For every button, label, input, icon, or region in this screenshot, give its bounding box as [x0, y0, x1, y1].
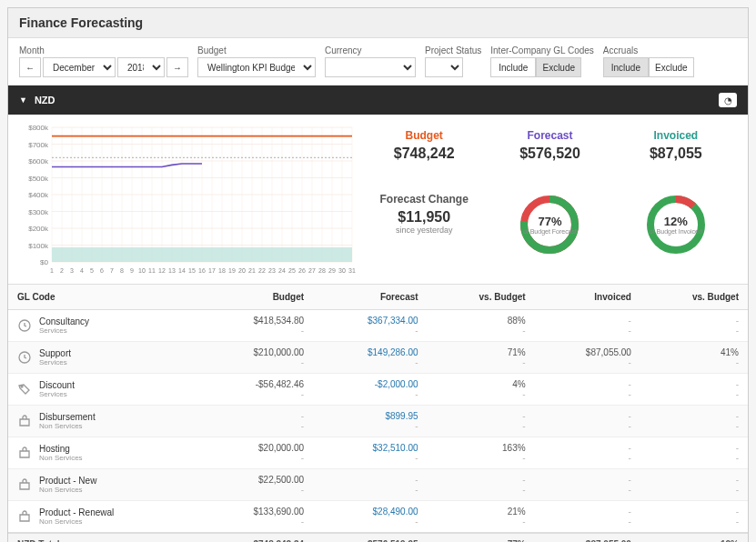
app-frame: Finance Forecasting Month ← December 201… — [7, 7, 749, 542]
kpi-invoiced: Invoiced $87,055 — [615, 122, 737, 182]
budget-group: Budget Wellington KPI Budget (1 Of — [197, 45, 316, 77]
accruals-include-button[interactable]: Include — [603, 57, 649, 77]
svg-text:7: 7 — [110, 267, 114, 274]
svg-text:9: 9 — [130, 267, 134, 274]
intercompany-exclude-button[interactable]: Exclude — [536, 57, 581, 77]
svg-text:4: 4 — [80, 267, 84, 274]
currency-section-header[interactable]: ▼ NZD ◔ — [8, 85, 748, 115]
svg-text:31: 31 — [348, 267, 356, 274]
bag-icon — [17, 446, 32, 460]
tag-icon — [17, 382, 32, 396]
col-2[interactable]: Forecast — [313, 285, 428, 310]
currency-label: Currency — [325, 45, 416, 55]
table-row[interactable]: HostingNon Services$20,000.00-$32,510.00… — [8, 437, 748, 469]
svg-text:17: 17 — [208, 267, 216, 274]
bag-icon — [17, 477, 32, 492]
svg-text:24: 24 — [278, 267, 286, 274]
svg-text:22: 22 — [258, 267, 266, 274]
month-group: Month ← December 2018 → — [19, 45, 188, 77]
intercompany-label: Inter-Company GL Codes — [490, 45, 594, 55]
svg-text:$700k: $700k — [28, 141, 49, 149]
budget-select[interactable]: Wellington KPI Budget (1 Of — [197, 57, 316, 77]
svg-text:13: 13 — [168, 267, 176, 274]
svg-text:23: 23 — [268, 267, 276, 274]
svg-text:12: 12 — [158, 267, 166, 274]
accruals-group: Accruals Include Exclude — [603, 45, 694, 77]
clock-icon — [17, 318, 32, 333]
table-row[interactable]: ConsultancyServices$418,534.80-$367,334.… — [8, 310, 748, 342]
table-row[interactable]: DisbursementNon Services--$899.95------- — [8, 406, 748, 437]
filter-bar: Month ← December 2018 → Budget Wellingto… — [8, 38, 748, 85]
svg-text:$300k: $300k — [28, 208, 49, 216]
svg-text:14: 14 — [178, 267, 186, 274]
total-row: NZD Total$748,242.34$576,519.9577%$87,05… — [8, 533, 748, 542]
clock-icon — [17, 350, 32, 365]
gl-table: GL CodeBudgetForecastvs. BudgetInvoicedv… — [8, 284, 748, 542]
project-status-select[interactable] — [425, 57, 463, 77]
svg-text:21: 21 — [248, 267, 256, 274]
svg-text:18: 18 — [218, 267, 226, 274]
bag-icon — [17, 509, 32, 524]
collapse-icon: ▼ — [19, 95, 27, 105]
kpi-forecast-change: Forecast Change $11,950 since yesterday — [363, 186, 485, 276]
kpi-ring-invoiced: 12%of Budget Invoiced — [615, 186, 737, 276]
svg-text:30: 30 — [338, 267, 346, 274]
page-title: Finance Forecasting — [8, 8, 748, 38]
next-month-button[interactable]: → — [166, 57, 188, 77]
accruals-label: Accruals — [603, 45, 694, 55]
project-status-label: Project Status — [425, 45, 481, 55]
table-row[interactable]: Product - RenewalNon Services$133,690.00… — [8, 501, 748, 534]
gauge-icon[interactable]: ◔ — [719, 93, 737, 107]
trend-chart: $0$100k$200k$300k$400k$500k$600k$700k$80… — [19, 122, 356, 276]
svg-text:2: 2 — [60, 267, 64, 274]
col-4[interactable]: Invoiced — [535, 285, 640, 310]
svg-text:10: 10 — [138, 267, 146, 274]
svg-text:$200k: $200k — [28, 225, 49, 233]
month-select[interactable]: December — [43, 57, 116, 77]
kpi-grid: Budget $748,242 Forecast $576,520 Invoic… — [363, 122, 737, 276]
col-0[interactable]: GL Code — [8, 285, 199, 310]
currency-code: NZD — [35, 95, 55, 105]
project-status-group: Project Status — [425, 45, 481, 77]
table-row[interactable]: SupportServices$210,000.00-$149,286.00-7… — [8, 342, 748, 374]
svg-text:$100k: $100k — [28, 242, 49, 250]
bag-icon — [17, 414, 32, 428]
intercompany-group: Inter-Company GL Codes Include Exclude — [490, 45, 594, 77]
svg-text:$600k: $600k — [28, 157, 49, 166]
kpi-ring-forecast: 77%of Budget Forecast — [489, 186, 610, 276]
svg-text:27: 27 — [308, 267, 316, 274]
svg-text:1: 1 — [50, 267, 54, 274]
svg-text:28: 28 — [318, 267, 326, 274]
month-label: Month — [19, 45, 188, 55]
prev-month-button[interactable]: ← — [19, 57, 41, 77]
budget-label: Budget — [197, 45, 316, 55]
svg-text:8: 8 — [120, 267, 124, 274]
svg-text:15: 15 — [188, 267, 196, 274]
currency-group: Currency — [325, 45, 416, 77]
svg-point-87 — [21, 386, 23, 387]
svg-text:11: 11 — [148, 267, 156, 274]
svg-text:25: 25 — [288, 267, 296, 274]
svg-text:$500k: $500k — [28, 175, 49, 183]
year-select[interactable]: 2018 — [117, 57, 165, 77]
svg-text:19: 19 — [228, 267, 236, 274]
svg-text:$400k: $400k — [28, 191, 49, 199]
svg-text:20: 20 — [238, 267, 246, 274]
svg-text:29: 29 — [328, 267, 336, 274]
svg-text:$800k: $800k — [28, 124, 49, 132]
kpi-forecast: Forecast $576,520 — [489, 122, 610, 182]
svg-text:5: 5 — [90, 267, 94, 274]
svg-text:$0: $0 — [40, 258, 48, 266]
currency-select[interactable] — [325, 57, 416, 77]
col-1[interactable]: Budget — [199, 285, 314, 310]
table-row[interactable]: Product - NewNon Services$22,500.00-----… — [8, 469, 748, 501]
intercompany-include-button[interactable]: Include — [490, 57, 536, 77]
table-row[interactable]: DiscountServices-$56,482.46--$2,000.00-4… — [8, 374, 748, 406]
kpi-budget: Budget $748,242 — [363, 122, 485, 182]
svg-text:16: 16 — [198, 267, 206, 274]
svg-text:6: 6 — [100, 267, 104, 274]
accruals-exclude-button[interactable]: Exclude — [649, 57, 694, 77]
svg-text:3: 3 — [70, 267, 74, 274]
col-3[interactable]: vs. Budget — [428, 285, 535, 310]
col-5[interactable]: vs. Budget — [640, 285, 748, 310]
